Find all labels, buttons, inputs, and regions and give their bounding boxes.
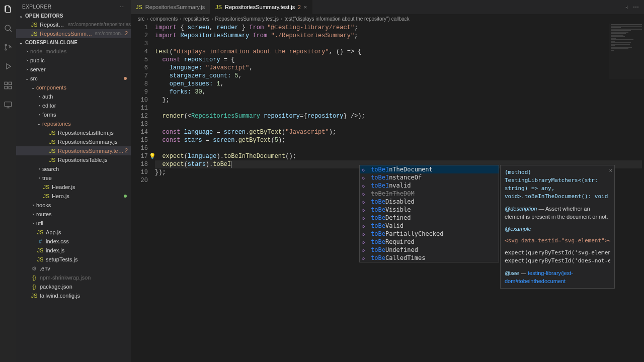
- folder-item[interactable]: ›node_modules: [16, 47, 131, 56]
- folder-item[interactable]: ›hooks: [16, 201, 131, 210]
- sidebar-more-icon[interactable]: ⋯: [120, 4, 125, 10]
- explorer-icon[interactable]: [3, 4, 13, 14]
- folder-item[interactable]: ›util: [16, 219, 131, 228]
- close-tab-icon[interactable]: ×: [304, 4, 307, 10]
- suggest-item[interactable]: ◇toBeInTheDOM: [360, 190, 499, 198]
- suggest-item[interactable]: ◇toBeVisible: [360, 206, 499, 214]
- file-item[interactable]: JSRepositoriesSummary.js: [16, 137, 131, 146]
- svg-point-3: [10, 47, 11, 48]
- svg-point-1: [5, 44, 7, 46]
- extensions-icon[interactable]: [3, 80, 13, 90]
- close-icon[interactable]: ×: [609, 166, 612, 174]
- split-editor-icon[interactable]: ⫞: [625, 4, 628, 11]
- file-item[interactable]: JSApp.js: [16, 228, 131, 237]
- more-actions-icon[interactable]: ⋯: [633, 4, 639, 11]
- suggest-item[interactable]: ◇toBeInTheDocument: [360, 165, 499, 173]
- open-editor-item[interactable]: JSRepositoriesSummary.jssrc/components/r…: [16, 20, 131, 29]
- open-editors-section[interactable]: ⌄OPEN EDITORS: [16, 12, 131, 20]
- folder-item[interactable]: ›public: [16, 56, 131, 65]
- suggest-item[interactable]: ◇toBeCalledTimes: [360, 254, 499, 262]
- editor-area: JSRepositoriesSummary.jsJSRepositoriesSu…: [131, 0, 644, 362]
- suggest-item[interactable]: ◇toBeUndefined: [360, 246, 499, 254]
- suggest-item[interactable]: ◇toBeDisabled: [360, 198, 499, 206]
- search-icon[interactable]: [3, 23, 13, 33]
- folder-item[interactable]: ›tree: [16, 173, 131, 183]
- remote-icon[interactable]: [3, 100, 13, 110]
- suggest-item[interactable]: ◇toBePartiallyChecked: [360, 230, 499, 238]
- svg-rect-8: [9, 86, 12, 89]
- file-item[interactable]: JSHero.js: [16, 192, 131, 201]
- svg-rect-6: [9, 82, 12, 84]
- folder-item[interactable]: ›editor: [16, 101, 131, 110]
- file-item[interactable]: {}npm-shrinkwrap.json: [16, 273, 131, 282]
- sidebar-title: EXPLORER ⋯: [16, 0, 131, 12]
- svg-rect-7: [5, 86, 7, 89]
- debug-icon[interactable]: [3, 61, 13, 71]
- svg-point-0: [5, 25, 11, 31]
- svg-marker-4: [7, 64, 11, 69]
- file-item[interactable]: #index.css: [16, 237, 131, 246]
- file-item[interactable]: JSRepositoriesTable.js: [16, 155, 131, 164]
- file-item[interactable]: JSHeader.js: [16, 183, 131, 192]
- lightbulb-icon[interactable]: 💡: [149, 152, 156, 160]
- svg-rect-9: [5, 102, 12, 107]
- activity-bar: [0, 0, 16, 362]
- folder-item[interactable]: ⌄repositories: [16, 119, 131, 128]
- folder-item[interactable]: ›auth: [16, 92, 131, 101]
- suggest-item[interactable]: ◇toBeInstanceOf: [360, 173, 499, 182]
- suggest-item[interactable]: ◇toBeInvalid: [360, 182, 499, 190]
- tab-bar: JSRepositoriesSummary.jsJSRepositoriesSu…: [131, 0, 644, 14]
- breadcrumb[interactable]: src›components›repositories›Repositories…: [131, 14, 644, 24]
- suggest-item[interactable]: ◇toBeDefined: [360, 214, 499, 222]
- editor-tab[interactable]: JSRepositoriesSummary.js: [131, 0, 210, 14]
- folder-item[interactable]: ⌄src: [16, 74, 131, 83]
- folder-item[interactable]: ›server: [16, 65, 131, 74]
- open-editor-item[interactable]: JSRepositoriesSummary.test.jssrc/compon.…: [16, 29, 131, 38]
- file-item[interactable]: JSRepositoriesSummary.test.js2: [16, 146, 131, 155]
- svg-rect-5: [5, 82, 7, 84]
- project-section[interactable]: ⌄CODESPLAIN-CLONE: [16, 38, 131, 47]
- file-item[interactable]: JStailwind.config.js: [16, 291, 131, 300]
- scm-icon[interactable]: [3, 42, 13, 52]
- svg-point-2: [5, 49, 7, 50]
- suggest-item[interactable]: ◇toBeValid: [360, 222, 499, 230]
- sidebar: EXPLORER ⋯ ⌄OPEN EDITORS JSRepositoriesS…: [16, 0, 131, 362]
- intellisense-popup[interactable]: ◇toBeInTheDocument◇toBeInstanceOf◇toBeIn…: [359, 165, 499, 262]
- method-signature: (method) TestingLibraryMatchers<(str: st…: [505, 168, 610, 201]
- editor-tab[interactable]: JSRepositoriesSummary.test.js2×: [210, 0, 312, 14]
- folder-item[interactable]: ›routes: [16, 210, 131, 219]
- file-item[interactable]: JSindex.js: [16, 246, 131, 255]
- file-item[interactable]: JSRepositoriesListItem.js: [16, 128, 131, 137]
- folder-item[interactable]: ›search: [16, 164, 131, 173]
- folder-item[interactable]: ›forms: [16, 110, 131, 119]
- file-item[interactable]: ⚙.env: [16, 264, 131, 273]
- documentation-popup: × (method) TestingLibraryMatchers<(str: …: [500, 165, 615, 289]
- folder-item[interactable]: ⌄components: [16, 83, 131, 92]
- minimap[interactable]: [609, 24, 644, 79]
- file-item[interactable]: JSsetupTests.js: [16, 255, 131, 264]
- file-item[interactable]: {}package.json: [16, 282, 131, 291]
- suggest-item[interactable]: ◇toBeRequired: [360, 238, 499, 246]
